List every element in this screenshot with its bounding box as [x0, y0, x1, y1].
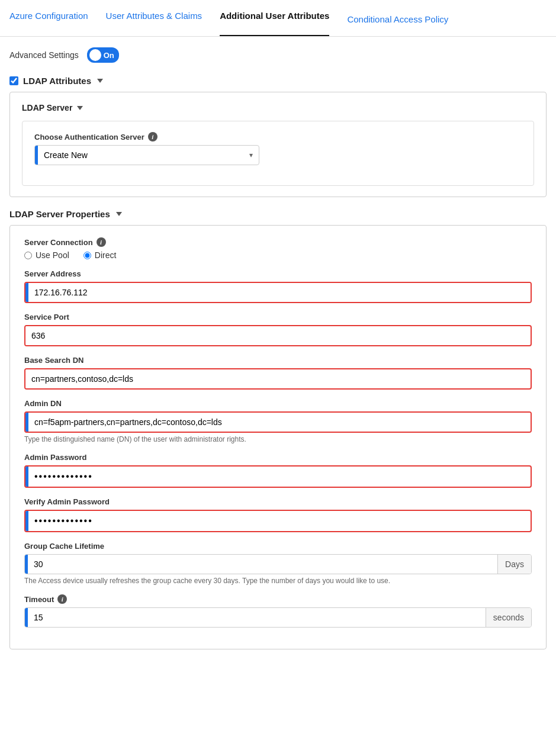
choose-auth-label: Choose Authentication Server i [34, 132, 522, 141]
timeout-label: Timeout i [24, 594, 532, 604]
timeout-field: Timeout i seconds [24, 594, 532, 628]
advanced-settings-label: Advanced Settings [9, 50, 79, 60]
verify-admin-password-input[interactable] [28, 511, 159, 531]
ldap-server-chevron-icon[interactable] [77, 106, 83, 110]
tab-user-attrs[interactable]: User Attributes & Claims [106, 11, 203, 36]
timeout-input[interactable] [28, 608, 486, 627]
toggle-text: On [104, 51, 114, 60]
server-address-label: Server Address [24, 269, 532, 278]
admin-password-label: Admin Password [24, 453, 532, 462]
ldap-attributes-title: LDAP Attributes [23, 76, 91, 86]
ldap-server-inner-card: Choose Authentication Server i Create Ne… [22, 121, 534, 186]
timeout-suffix: seconds [486, 608, 531, 627]
tab-conditional[interactable]: Conditional Access Policy [347, 14, 448, 30]
toggle-knob [89, 49, 101, 61]
verify-admin-password-label: Verify Admin Password [24, 497, 532, 506]
server-address-input[interactable] [28, 283, 531, 302]
use-pool-radio-label[interactable]: Use Pool [24, 250, 69, 260]
service-port-field: Service Port [24, 313, 532, 346]
ldap-server-card: LDAP Server Choose Authentication Server… [9, 92, 547, 197]
auth-server-select-wrapper: Create New ▾ [34, 145, 259, 165]
group-cache-lifetime-input-wrapper: Days [24, 554, 532, 574]
group-cache-lifetime-field: Group Cache Lifetime Days The Access dev… [24, 542, 532, 585]
timeout-info-icon[interactable]: i [57, 594, 67, 604]
server-address-field: Server Address [24, 269, 532, 303]
ldap-attributes-header: LDAP Attributes [9, 76, 547, 86]
server-connection-field: Server Connection i Use Pool Direct [24, 237, 532, 260]
nav-row2: Conditional Access Policy [347, 14, 448, 36]
admin-dn-input[interactable] [28, 413, 531, 432]
choose-auth-info-icon[interactable]: i [148, 132, 158, 141]
base-search-dn-input-wrapper [24, 368, 532, 390]
server-connection-info-icon[interactable]: i [97, 237, 106, 247]
nav-row1: Azure Configuration User Attributes & Cl… [9, 11, 329, 36]
server-connection-label: Server Connection i [24, 237, 532, 247]
direct-radio-label[interactable]: Direct [83, 250, 117, 260]
group-cache-lifetime-hint: The Access device usually refreshes the … [24, 577, 532, 585]
advanced-settings-row: Advanced Settings On [9, 47, 547, 63]
main-content: Advanced Settings On LDAP Attributes LDA… [0, 37, 556, 672]
select-chevron-icon: ▾ [243, 151, 259, 159]
ldap-props-chevron-icon[interactable] [116, 212, 122, 216]
service-port-input-wrapper [24, 325, 532, 346]
verify-admin-password-field: Verify Admin Password [24, 497, 532, 532]
use-pool-radio[interactable] [24, 252, 32, 259]
auth-server-select[interactable]: Create New [38, 146, 243, 165]
admin-dn-input-wrapper [24, 411, 532, 433]
admin-password-input-wrapper [24, 465, 532, 488]
tab-additional[interactable]: Additional User Attributes [220, 11, 329, 36]
admin-password-input[interactable] [28, 467, 159, 487]
group-cache-lifetime-input[interactable] [28, 555, 497, 574]
advanced-settings-toggle[interactable]: On [87, 47, 119, 63]
base-search-dn-input[interactable] [25, 369, 262, 388]
admin-dn-label: Admin DN [24, 399, 532, 408]
server-address-input-wrapper [24, 282, 532, 303]
ldap-attributes-checkbox[interactable] [9, 76, 18, 85]
base-search-dn-field: Base Search DN [24, 356, 532, 390]
direct-radio[interactable] [83, 252, 91, 259]
group-cache-lifetime-label: Group Cache Lifetime [24, 542, 532, 551]
ldap-server-subtitle: LDAP Server [22, 103, 534, 112]
server-connection-radio-group: Use Pool Direct [24, 250, 532, 260]
verify-admin-password-input-wrapper [24, 510, 532, 532]
admin-password-field: Admin Password [24, 453, 532, 488]
admin-dn-hint: Type the distinguished name (DN) of the … [24, 435, 532, 443]
ldap-attributes-chevron-icon[interactable] [97, 79, 103, 83]
ldap-props-title: LDAP Server Properties [9, 209, 110, 219]
base-search-dn-label: Base Search DN [24, 356, 532, 365]
header-nav: Azure Configuration User Attributes & Cl… [0, 0, 556, 37]
ldap-props-card: Server Connection i Use Pool Direct Serv… [9, 225, 547, 649]
ldap-props-header: LDAP Server Properties [9, 209, 547, 219]
service-port-label: Service Port [24, 313, 532, 321]
tab-azure[interactable]: Azure Configuration [9, 11, 88, 36]
group-cache-lifetime-suffix: Days [497, 555, 531, 574]
choose-auth-field: Choose Authentication Server i Create Ne… [34, 132, 522, 165]
service-port-input[interactable] [25, 326, 156, 345]
admin-dn-field: Admin DN Type the distinguished name (DN… [24, 399, 532, 443]
timeout-input-wrapper: seconds [24, 607, 532, 628]
